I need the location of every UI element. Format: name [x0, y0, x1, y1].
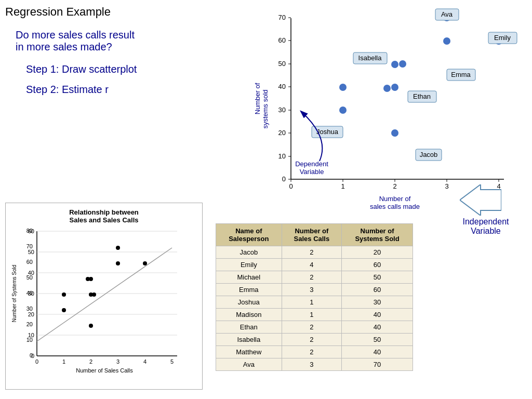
- svg-text:50: 50: [28, 249, 34, 255]
- svg-text:Number of: Number of: [379, 195, 411, 203]
- svg-text:Number of: Number of: [254, 83, 261, 114]
- point-michael: [391, 61, 398, 68]
- svg-text:20: 20: [278, 129, 286, 137]
- svg-text:5: 5: [170, 358, 174, 365]
- table-cell: 40: [342, 309, 413, 321]
- main-title: Regression Example: [5, 5, 208, 19]
- table-cell: 40: [342, 321, 413, 334]
- top-left-section: Regression Example Do more sales calls r…: [5, 5, 208, 104]
- chart-point-joshua: [62, 308, 66, 312]
- table-cell: 2: [282, 321, 341, 334]
- table-row: Isabella250: [216, 334, 413, 346]
- table-cell: Emma: [216, 284, 282, 296]
- svg-text:Emily: Emily: [494, 34, 511, 42]
- svg-text:80: 80: [26, 228, 33, 234]
- svg-line-83: [37, 248, 172, 341]
- chart-point-madison: [62, 292, 66, 297]
- svg-text:4: 4: [143, 358, 147, 365]
- svg-text:Ethan: Ethan: [413, 92, 431, 100]
- svg-text:40: 40: [278, 83, 286, 90]
- svg-text:40: 40: [26, 290, 33, 296]
- svg-text:60: 60: [26, 259, 33, 265]
- point-jacob: [391, 129, 398, 137]
- svg-text:30: 30: [278, 106, 286, 114]
- chart-point-emma: [116, 261, 120, 265]
- table-cell: 3: [282, 284, 341, 296]
- svg-text:50: 50: [278, 60, 286, 68]
- svg-text:1: 1: [62, 358, 65, 365]
- point-joshua: [339, 107, 347, 114]
- svg-text:2: 2: [393, 182, 396, 190]
- table-row: Emily460: [216, 259, 413, 271]
- chart-title: Relationship between Sales and Sales Cal…: [11, 208, 197, 224]
- point-emma: [443, 37, 450, 45]
- table-cell: 3: [282, 358, 341, 371]
- svg-text:30: 30: [26, 305, 33, 312]
- table-cell: Emily: [216, 259, 282, 271]
- scatter-plot: 0 10 20 30 40 50 60 70 0 1 2 3: [249, 5, 525, 213]
- line-chart-svg: 0 10 20 30 40 50 60 0 10 20 30 40 50 60 …: [11, 226, 188, 377]
- svg-text:2: 2: [89, 358, 92, 365]
- table-row: Joshua130: [216, 296, 413, 309]
- svg-text:1: 1: [341, 182, 344, 190]
- table-row: Jacob220: [216, 246, 413, 259]
- question-text: Do more sales calls resultin more sales …: [16, 29, 208, 53]
- svg-text:systems sold: systems sold: [261, 89, 269, 128]
- table-cell: Joshua: [216, 296, 282, 309]
- chart-point-emily: [143, 261, 147, 265]
- point-matthew: [383, 85, 391, 92]
- svg-text:0: 0: [289, 182, 292, 190]
- table-cell: Michael: [216, 271, 282, 284]
- svg-text:10: 10: [26, 337, 33, 343]
- svg-marker-50: [460, 184, 501, 216]
- table-cell: 4: [282, 259, 341, 271]
- table-cell: 1: [282, 309, 341, 321]
- indep-arrow-svg: [460, 184, 501, 216]
- table-cell: 60: [342, 259, 413, 271]
- table-cell: 2: [282, 246, 341, 259]
- table-row: Ethan240: [216, 321, 413, 334]
- table-cell: 2: [282, 271, 341, 284]
- table-cell: Isabella: [216, 334, 282, 346]
- point-isabella: [399, 60, 406, 68]
- svg-text:0: 0: [282, 175, 286, 183]
- table-cell: 50: [342, 334, 413, 346]
- table-cell: Jacob: [216, 246, 282, 259]
- svg-text:50: 50: [26, 274, 33, 281]
- svg-text:20: 20: [26, 321, 33, 327]
- svg-text:0: 0: [35, 358, 38, 365]
- step2-text: Step 2: Estimate r: [26, 84, 208, 96]
- salesperson-table: Name ofSalesperson Number ofSales Calls …: [216, 223, 413, 371]
- table-row: Michael250: [216, 271, 413, 284]
- svg-text:70: 70: [278, 14, 286, 21]
- table-cell: 40: [342, 346, 413, 358]
- svg-text:60: 60: [278, 36, 286, 44]
- table-cell: 50: [342, 271, 413, 284]
- table-cell: Ethan: [216, 321, 282, 334]
- svg-text:20: 20: [28, 311, 34, 317]
- svg-text:Jacob: Jacob: [420, 151, 438, 158]
- table-row: Emma360: [216, 284, 413, 296]
- point-ethan: [391, 84, 398, 91]
- table-cell: Madison: [216, 309, 282, 321]
- table-row: Ava370: [216, 358, 413, 371]
- table-cell: 2: [282, 334, 341, 346]
- chart-point-isabella: [86, 277, 90, 281]
- svg-text:Number of Systems Sold: Number of Systems Sold: [11, 265, 17, 323]
- chart-point-matthew: [89, 292, 93, 297]
- svg-text:Number of Sales Calls: Number of Sales Calls: [76, 367, 133, 374]
- table-cell: 60: [342, 284, 413, 296]
- svg-text:Emma: Emma: [451, 71, 471, 78]
- table-cell: 1: [282, 296, 341, 309]
- point-madison: [339, 84, 347, 91]
- svg-text:3: 3: [116, 358, 119, 365]
- table-cell: 30: [342, 296, 413, 309]
- scatter-svg: 0 10 20 30 40 50 60 70 0 1 2 3: [249, 5, 525, 213]
- chart-point-ava: [116, 246, 120, 250]
- table-cell: Matthew: [216, 346, 282, 358]
- data-table-container: Name ofSalesperson Number ofSales Calls …: [216, 223, 413, 371]
- table-cell: 20: [342, 246, 413, 259]
- svg-text:Variable: Variable: [300, 168, 324, 176]
- independent-variable-label: IndependentVariable: [452, 217, 520, 236]
- table-cell: 70: [342, 358, 413, 371]
